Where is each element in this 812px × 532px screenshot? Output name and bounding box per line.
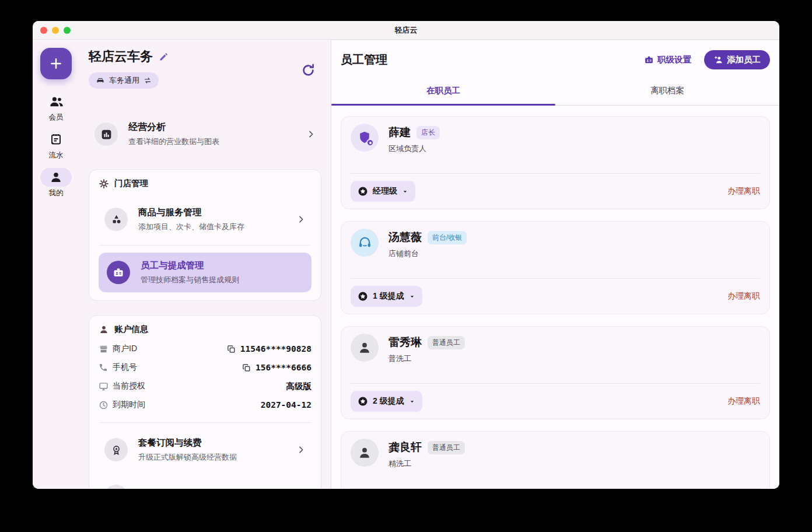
phone-row: 手机号 156****6666 (99, 363, 312, 372)
sidebar-item-members[interactable]: 会员 (40, 92, 72, 123)
divider (100, 422, 310, 423)
products-subtitle: 添加项目、次卡、储值卡及库存 (138, 222, 296, 232)
account-title: 账户信息 (114, 324, 148, 335)
expiry-row: 到期时间 2027-04-12 (99, 400, 312, 410)
level-label: 经理级 (373, 186, 397, 197)
employee-role: 精洗工 (388, 459, 465, 469)
employee-name: 龚良轩 (388, 440, 422, 455)
avatar (351, 124, 379, 152)
sidebar-item-transactions[interactable]: 流水 (40, 130, 72, 160)
sidebar-item-profile[interactable]: 我的 (40, 168, 72, 198)
tab-active-employees[interactable]: 在职员工 (331, 78, 555, 105)
employee-name: 汤慧薇 (388, 230, 422, 245)
employee-role: 店铺前台 (388, 249, 467, 259)
resign-link[interactable]: 办理离职 (727, 186, 760, 197)
avatar (351, 229, 379, 257)
user-icon (357, 340, 372, 355)
license-value: 高级版 (286, 381, 312, 392)
employee-list[interactable]: 薛建 店长 区域负责人 (331, 106, 779, 489)
nav-rail: 会员 流水 我的 (33, 40, 79, 489)
subscription-item[interactable]: 套餐订阅与续费 升级正式版解锁高级经营数据 (99, 431, 312, 468)
left-panel: 会员 流水 我的 (33, 40, 331, 489)
store-mgmt-title: 门店管理 (114, 178, 148, 189)
star-icon (358, 186, 368, 197)
chevron-right-icon (296, 445, 306, 454)
minimize-window-button[interactable] (52, 27, 59, 34)
active-tab-indicator (331, 104, 555, 106)
level-label: 2 级提成 (373, 396, 404, 407)
analysis-subtitle: 查看详细的营业数据与图表 (128, 136, 306, 147)
car-icon (96, 76, 105, 85)
level-select[interactable]: 1 级提成 (351, 286, 422, 307)
refresh-icon[interactable] (301, 63, 316, 78)
gear-icon (99, 178, 109, 189)
staff-title: 员工与提成管理 (141, 260, 303, 272)
sidebar-item-label: 我的 (49, 188, 64, 198)
rank-settings-label: 职级设置 (657, 54, 691, 65)
store-panel: 轻店云车务 车务通用 (79, 40, 331, 489)
rank-badge-icon (644, 55, 654, 65)
merchant-id-label: 商户ID (113, 344, 227, 354)
display-icon (99, 382, 113, 391)
caret-down-icon (402, 188, 408, 195)
employee-card: 雷秀琳 普通员工 普洗工 (341, 326, 770, 419)
staff-commission-item[interactable]: 员工与提成管理 管理技师档案与销售提成规则 (99, 253, 312, 292)
employee-role: 区域负责人 (388, 144, 440, 154)
employee-name: 雷秀琳 (388, 335, 422, 350)
copy-icon[interactable] (242, 363, 251, 372)
phone-icon (99, 363, 113, 372)
employee-panel: 员工管理 职级设置 添加员工 (331, 40, 779, 489)
employee-tabs: 在职员工 离职档案 (331, 78, 779, 106)
merchant-id-row: 商户ID 11546****90828 (99, 344, 312, 354)
welfare-center-item[interactable]: 福利与任务中心 (99, 479, 312, 489)
store-type-badge[interactable]: 车务通用 (89, 72, 159, 89)
app-window: 轻店云 会员 (33, 21, 779, 489)
employee-name: 薛建 (388, 125, 411, 140)
tab-label: 离职档案 (650, 86, 684, 95)
resign-link[interactable]: 办理离职 (727, 396, 760, 407)
window-title: 轻店云 (395, 25, 418, 36)
copy-icon[interactable] (227, 345, 236, 354)
star-icon (358, 291, 368, 302)
business-analysis-item[interactable]: 经营分析 查看详细的营业数据与图表 (89, 121, 321, 147)
account-info-card: 账户信息 商户ID 11546****90828 (89, 315, 321, 489)
tab-resigned-archive[interactable]: 离职档案 (555, 78, 779, 105)
add-employee-button[interactable]: 添加员工 (704, 50, 770, 69)
chevron-right-icon (306, 130, 316, 139)
add-store-button[interactable] (40, 48, 72, 79)
rank-settings-button[interactable]: 职级设置 (644, 54, 691, 65)
close-window-button[interactable] (40, 27, 47, 34)
employee-tag: 前台/收银 (428, 231, 467, 244)
products-services-item[interactable]: 商品与服务管理 添加项目、次卡、储值卡及库存 (99, 201, 312, 238)
divider (100, 245, 310, 246)
star-icon (358, 396, 368, 407)
level-select[interactable]: 经理级 (351, 181, 415, 202)
caret-down-icon (409, 293, 415, 300)
edit-store-name-icon[interactable] (159, 52, 169, 62)
profile-icon (49, 170, 63, 184)
subscription-title: 套餐订阅与续费 (138, 437, 296, 449)
add-employee-label: 添加员工 (727, 54, 761, 65)
level-select[interactable]: 2 级提成 (351, 391, 422, 412)
phone-label: 手机号 (113, 362, 242, 373)
expiry-value: 2027-04-12 (261, 400, 312, 410)
avatar-badge-icon (366, 139, 374, 146)
resign-link[interactable]: 办理离职 (727, 291, 760, 302)
employee-tag: 普通员工 (428, 441, 465, 454)
desktop-background: 轻店云 会员 (0, 0, 812, 532)
avatar (351, 334, 379, 362)
storefront-icon (99, 344, 113, 354)
person-plus-icon (713, 55, 723, 65)
employee-tag: 普通员工 (428, 336, 465, 349)
zoom-window-button[interactable] (64, 27, 71, 34)
expiry-label: 到期时间 (113, 400, 261, 410)
user-icon (357, 445, 372, 460)
traffic-lights (40, 21, 71, 39)
medal-icon (104, 438, 128, 461)
sidebar-item-label: 流水 (49, 150, 64, 160)
title-bar[interactable]: 轻店云 (33, 21, 779, 40)
tab-label: 在职员工 (426, 86, 460, 95)
subscription-subtitle: 升级正式版解锁高级经营数据 (138, 452, 296, 463)
license-row: 当前授权 高级版 (99, 382, 312, 391)
merchant-id-value: 11546****90828 (240, 344, 312, 354)
